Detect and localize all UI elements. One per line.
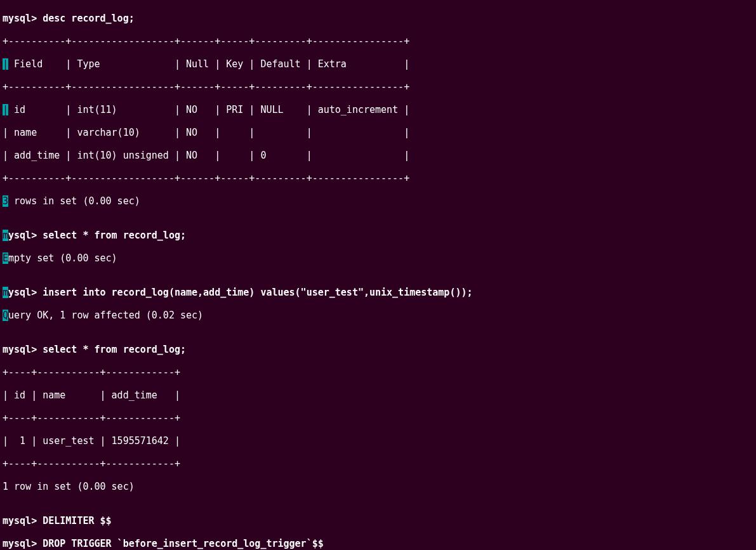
- search-highlight: E: [3, 252, 8, 264]
- terminal-line: mysql> DROP TRIGGER `before_insert_recor…: [3, 538, 753, 549]
- search-highlight: Q: [3, 310, 8, 321]
- search-highlight: |: [3, 104, 8, 115]
- terminal-line: +----+-----------+------------+: [3, 412, 753, 424]
- terminal-line: | 1 | user_test | 1595571642 |: [3, 435, 753, 447]
- search-highlight: 3: [3, 195, 8, 207]
- terminal-line: 3 rows in set (0.00 sec): [3, 195, 753, 207]
- terminal-line: +----------+------------------+------+--…: [3, 81, 753, 93]
- terminal-line: | id | name | add_time |: [3, 390, 753, 401]
- search-highlight: |: [3, 58, 8, 70]
- terminal-line: mysql> insert into record_log(name,add_t…: [3, 287, 753, 298]
- search-highlight: m: [3, 287, 8, 298]
- terminal-line: +----------+------------------+------+--…: [3, 173, 753, 184]
- terminal-line: mysql> desc record_log;: [3, 13, 753, 24]
- terminal-line: +----+-----------+------------+: [3, 367, 753, 378]
- terminal-line: +----------+------------------+------+--…: [3, 36, 753, 47]
- terminal-line: mysql> select * from record_log;: [3, 230, 753, 241]
- terminal-line: 1 row in set (0.00 sec): [3, 481, 753, 492]
- terminal-line: | Field | Type | Null | Key | Default | …: [3, 58, 753, 70]
- terminal-line: +----+-----------+------------+: [3, 458, 753, 469]
- terminal-line: | id | int(11) | NO | PRI | NULL | auto_…: [3, 104, 753, 115]
- terminal-line: Empty set (0.00 sec): [3, 252, 753, 264]
- terminal-line: | add_time | int(10) unsigned | NO | | 0…: [3, 150, 753, 161]
- terminal-output[interactable]: mysql> desc record_log; +----------+----…: [0, 0, 756, 550]
- terminal-line: Query OK, 1 row affected (0.02 sec): [3, 310, 753, 321]
- terminal-line: mysql> select * from record_log;: [3, 344, 753, 355]
- terminal-line: | name | varchar(10) | NO | | | |: [3, 127, 753, 138]
- search-highlight: m: [3, 230, 8, 241]
- terminal-line: mysql> DELIMITER $$: [3, 515, 753, 527]
